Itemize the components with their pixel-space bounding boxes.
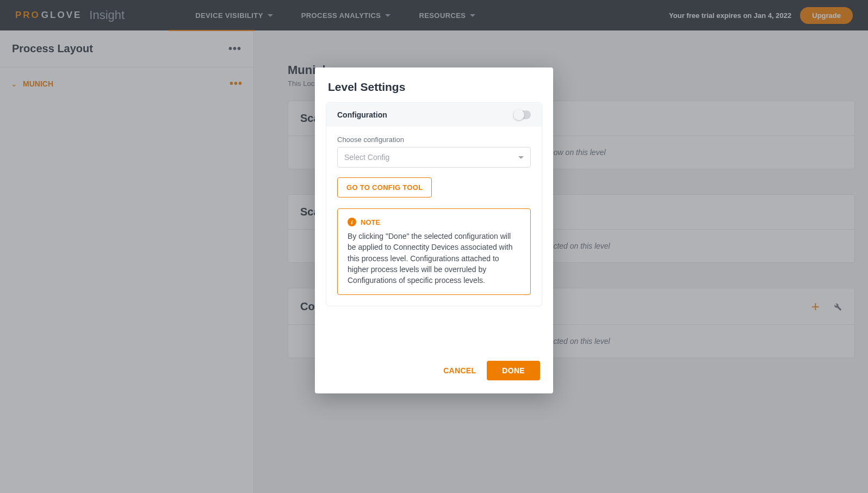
choose-config-label: Choose configuration: [337, 135, 531, 144]
cancel-button[interactable]: CANCEL: [443, 366, 476, 375]
config-body: Choose configuration Select Config GO TO…: [326, 127, 542, 306]
note-text: By clicking "Done" the selected configur…: [348, 231, 520, 286]
level-settings-modal: Level Settings Configuration Choose conf…: [315, 67, 553, 393]
select-placeholder: Select Config: [344, 153, 389, 162]
note-title: NOTE: [361, 218, 380, 226]
config-toggle[interactable]: [513, 110, 531, 119]
modal-actions: CANCEL DONE: [315, 306, 553, 393]
info-icon: i: [348, 218, 356, 226]
note-box: i NOTE By clicking "Done" the selected c…: [337, 208, 531, 295]
config-select[interactable]: Select Config: [337, 147, 531, 168]
chevron-down-icon: [518, 156, 524, 159]
modal-title: Level Settings: [315, 67, 553, 102]
done-button[interactable]: DONE: [487, 361, 540, 380]
modal-overlay[interactable]: Level Settings Configuration Choose conf…: [0, 0, 868, 493]
go-to-config-tool-button[interactable]: GO TO CONFIG TOOL: [337, 177, 432, 198]
config-header-label: Configuration: [337, 110, 387, 119]
configuration-section: Configuration Choose configuration Selec…: [326, 102, 542, 306]
config-header: Configuration: [326, 103, 542, 127]
